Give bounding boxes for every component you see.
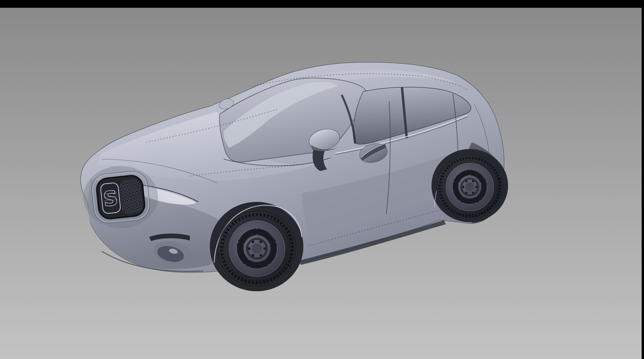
top-bar — [0, 0, 644, 8]
3d-viewport-canvas[interactable]: S — [0, 0, 644, 359]
right-strip — [642, 0, 644, 359]
application-window: S — [0, 0, 644, 359]
seat-badge: S — [100, 183, 121, 214]
grille-mesh — [119, 178, 143, 215]
badge-letter: S — [102, 186, 119, 211]
